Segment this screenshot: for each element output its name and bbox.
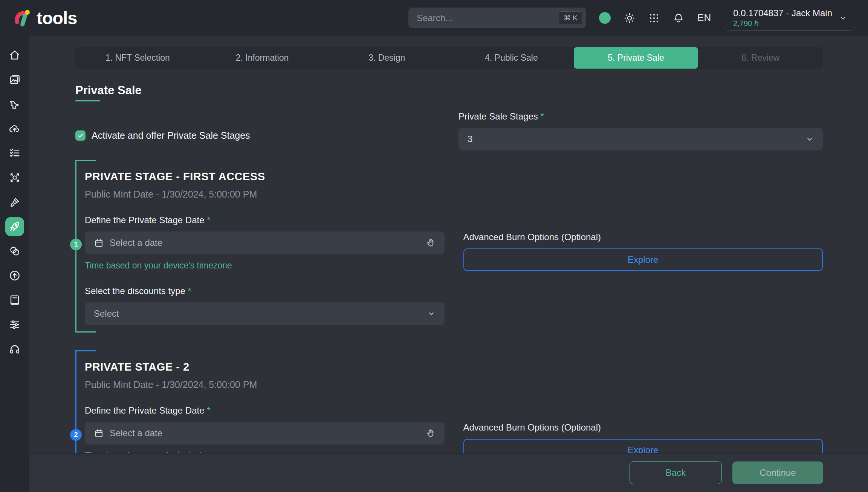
stages-count-field-group: Private Sale Stages * 3: [458, 111, 823, 150]
calendar-icon: [94, 428, 104, 438]
account-info: 0.0.1704837 - Jack Main 2,790 ℏ: [733, 8, 832, 28]
brush-icon: [9, 196, 21, 208]
activate-private-sale-label: Activate and offer Private Sale Stages: [92, 130, 250, 141]
discounts-type-label: Select the discounts type *: [85, 286, 445, 296]
activate-private-sale-checkbox[interactable]: [75, 130, 86, 141]
private-stage-section-2: 2 PRIVATE STAGE - 2 Public Mint Date - 1…: [75, 350, 823, 471]
chevron-down-icon: [427, 310, 436, 318]
apps-grid-icon: [648, 12, 660, 24]
logo-mark-icon: [13, 8, 33, 28]
account-name: 0.0.1704837 - Jack Main: [733, 8, 832, 19]
notifications-button[interactable]: [672, 12, 685, 24]
language-selector[interactable]: EN: [697, 12, 711, 24]
logo[interactable]: tools: [13, 8, 77, 28]
calendar-icon: [94, 238, 104, 248]
stage-subtitle: Public Mint Date - 1/30/2024, 5:00:00 PM: [85, 379, 445, 390]
stages-count-select[interactable]: 3: [458, 128, 823, 150]
sidebar-item-settings[interactable]: [5, 315, 24, 334]
stages-count-label: Private Sale Stages *: [458, 111, 544, 121]
required-mark: *: [207, 405, 210, 415]
upload-circle-icon: [9, 270, 21, 282]
home-icon: [9, 49, 21, 61]
chevron-down-icon: [805, 135, 814, 143]
tab-information[interactable]: 2. Information: [200, 47, 325, 69]
required-mark: *: [207, 215, 210, 225]
burn-options-label: Advanced Burn Options (Optional): [463, 422, 823, 433]
stage-number-badge: 1: [70, 239, 82, 250]
sliders-icon: [9, 319, 21, 331]
stage-date-label: Define the Private Stage Date *: [85, 405, 445, 416]
date-placeholder: Select a date: [110, 238, 162, 248]
sidebar-item-home[interactable]: [5, 46, 24, 64]
gallery-icon: [9, 74, 21, 86]
date-placeholder: Select a date: [110, 428, 162, 438]
stage-title: PRIVATE STAGE - FIRST ACCESS: [85, 170, 445, 183]
tab-private-sale[interactable]: 5. Private Sale: [574, 47, 698, 69]
sidebar-item-checklist[interactable]: [5, 144, 24, 162]
headphones-icon: [9, 343, 21, 355]
topbar-actions: ⌘ K: [408, 6, 855, 31]
discounts-type-placeholder: Select: [94, 308, 119, 319]
stages-count-value: 3: [468, 134, 472, 144]
wizard-footer: Back Continue: [29, 453, 868, 492]
sidebar-item-publish[interactable]: [5, 266, 24, 285]
back-button[interactable]: Back: [630, 461, 722, 484]
checklist-icon: [9, 147, 21, 159]
sidebar-item-upload[interactable]: [5, 119, 24, 138]
account-menu-button[interactable]: 0.0.1704837 - Jack Main 2,790 ℏ: [724, 6, 855, 31]
account-balance: 2,790 ℏ: [733, 19, 759, 28]
sidebar-item-tokens[interactable]: [5, 242, 24, 261]
tab-review[interactable]: 6. Review: [698, 47, 823, 69]
search-input[interactable]: [417, 13, 555, 23]
stage-date-label: Define the Private Stage Date *: [85, 215, 445, 225]
hand-drag-icon: [425, 428, 436, 438]
stage-number-badge: 2: [70, 429, 82, 441]
tab-public-sale[interactable]: 4. Public Sale: [449, 47, 574, 69]
stage-subtitle: Public Mint Date - 1/30/2024, 5:00:00 PM: [85, 189, 445, 200]
anvil-icon: [9, 98, 21, 110]
chevron-down-icon: [839, 14, 847, 22]
focus-icon: [9, 172, 21, 184]
continue-button[interactable]: Continue: [732, 461, 823, 484]
theme-toggle-button[interactable]: [623, 12, 636, 24]
topbar: tools ⌘ K: [0, 0, 868, 36]
network-status-dot[interactable]: [599, 12, 611, 24]
stage-date-input[interactable]: Select a date: [85, 231, 445, 254]
sidebar-item-support[interactable]: [5, 340, 24, 359]
rocket-icon: [9, 221, 21, 233]
check-icon: [77, 132, 84, 139]
links-icon: [9, 245, 21, 257]
activate-private-sale-checkbox-row[interactable]: Activate and offer Private Sale Stages: [75, 111, 440, 150]
private-stage-section-1: 1 PRIVATE STAGE - FIRST ACCESS Public Mi…: [75, 160, 823, 333]
logo-text: tools: [37, 8, 77, 28]
connector-cap: [75, 331, 96, 333]
tab-nft-selection[interactable]: 1. NFT Selection: [75, 47, 200, 69]
bell-icon: [672, 12, 685, 24]
sidebar-item-design[interactable]: [5, 193, 24, 212]
main-panel: 1. NFT Selection 2. Information 3. Desig…: [29, 36, 868, 492]
stage-date-input[interactable]: Select a date: [85, 422, 445, 444]
discounts-type-select[interactable]: Select: [85, 302, 445, 325]
sidebar: [0, 36, 29, 492]
sidebar-item-launchpad[interactable]: [5, 217, 24, 236]
timezone-note: Time based on your device's timezone: [85, 261, 445, 271]
sun-icon: [623, 12, 636, 24]
sidebar-item-forge[interactable]: [5, 95, 24, 113]
sidebar-item-gallery[interactable]: [5, 70, 24, 89]
app-root: tools ⌘ K: [0, 0, 868, 492]
apps-menu-button[interactable]: [648, 12, 660, 24]
sidebar-item-focus[interactable]: [5, 168, 24, 187]
burn-options-explore-button[interactable]: Explore: [463, 248, 823, 271]
search-box[interactable]: ⌘ K: [408, 8, 586, 28]
tab-design[interactable]: 3. Design: [324, 47, 449, 69]
page-title: Private Sale: [75, 84, 823, 97]
wizard-stepper: 1. NFT Selection 2. Information 3. Desig…: [75, 47, 823, 69]
required-mark: *: [188, 286, 191, 296]
title-underline: [75, 100, 100, 101]
stage-title: PRIVATE STAGE - 2: [85, 361, 445, 373]
burn-options-label: Advanced Burn Options (Optional): [463, 232, 823, 242]
sidebar-item-docs[interactable]: [5, 291, 24, 310]
cloud-upload-icon: [9, 123, 21, 135]
required-mark: *: [540, 111, 544, 121]
hand-drag-icon: [425, 238, 436, 248]
